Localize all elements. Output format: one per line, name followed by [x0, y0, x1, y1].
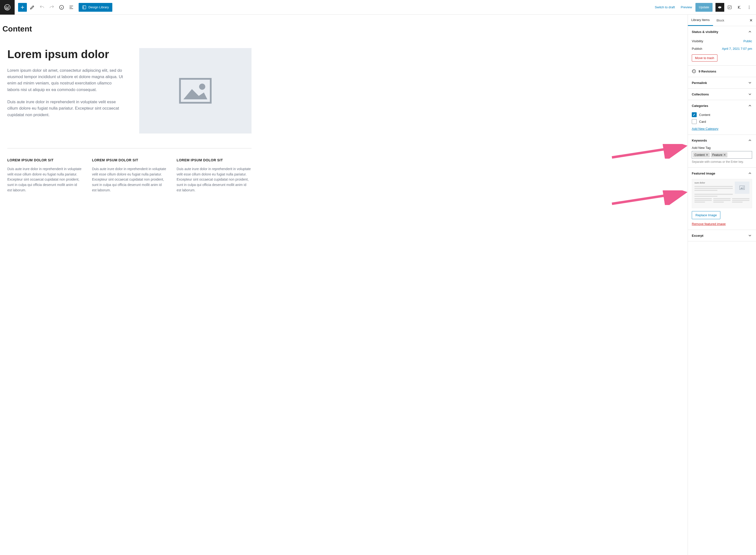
tag-chip-content: Content ✕	[693, 152, 710, 158]
visibility-value[interactable]: Public	[744, 39, 752, 43]
panel-keywords: Keywords Add New Tag Content ✕ Feature ✕…	[688, 135, 756, 168]
hero-heading[interactable]: Lorem ipsum dolor	[7, 48, 124, 60]
outline-button[interactable]	[67, 3, 76, 12]
hero-paragraph-1[interactable]: Lorem ipsum dolor sit amet, consectetur …	[7, 68, 124, 93]
replace-image-button[interactable]: Replace Image	[692, 211, 720, 219]
panel-header-keywords[interactable]: Keywords	[688, 135, 756, 146]
remove-tag-icon[interactable]: ✕	[706, 153, 708, 157]
close-sidebar-icon[interactable]: ✕	[746, 15, 756, 26]
panel-header-collections[interactable]: Collections	[688, 89, 756, 100]
history-icon	[692, 69, 696, 74]
panel-collections: Collections	[688, 89, 756, 100]
panel-categories: Categories Content Card Add New Category	[688, 100, 756, 135]
settings-sidebar: Library Items Block ✕ Status & visibilit…	[688, 15, 756, 555]
visibility-label: Visibility	[692, 39, 703, 43]
update-button[interactable]: Update	[695, 3, 713, 12]
checkbox-icon[interactable]	[692, 119, 697, 124]
category-checkbox-card[interactable]: Card	[692, 118, 752, 125]
separator	[7, 148, 251, 148]
undo-button[interactable]	[38, 3, 46, 12]
tag-help-text: Separate with commas or the Enter key.	[692, 160, 752, 164]
svg-point-5	[749, 7, 749, 7]
revisions-label: 9 Revisions	[699, 70, 716, 73]
chevron-down-icon	[748, 233, 752, 238]
hero-text: Lorem ipsum dolor Lorem ipsum dolor sit …	[7, 48, 124, 124]
col-body[interactable]: Duis aute irure dolor in reprehenderit i…	[7, 166, 82, 193]
move-to-trash-button[interactable]: Move to trash	[692, 54, 717, 61]
panel-permalink: Permalink	[688, 77, 756, 89]
publish-value[interactable]: April 7, 2021 7:07 pm	[722, 47, 752, 50]
chevron-down-icon	[748, 92, 752, 96]
col-heading[interactable]: LOREM IPSUM DOLOR SIT	[92, 158, 167, 162]
columns-block: LOREM IPSUM DOLOR SIT Duis aute irure do…	[7, 158, 251, 193]
chevron-up-icon	[748, 30, 752, 34]
revisions-row[interactable]: 9 Revisions	[688, 66, 756, 77]
svg-point-12	[743, 187, 744, 188]
edit-mode-button[interactable]	[28, 3, 37, 12]
chevron-up-icon	[748, 171, 752, 175]
svg-point-4	[749, 6, 749, 6]
panel-header-categories[interactable]: Categories	[688, 100, 756, 111]
hero-block: Lorem ipsum dolor Lorem ipsum dolor sit …	[7, 48, 251, 133]
panel-status-visibility: Status & visibility Visibility Public Pu…	[688, 26, 756, 66]
column-3[interactable]: LOREM IPSUM DOLOR SIT Duis aute irure do…	[176, 158, 251, 193]
col-heading[interactable]: LOREM IPSUM DOLOR SIT	[176, 158, 251, 162]
featured-image-thumbnail[interactable]: sum dolor	[692, 179, 752, 208]
checkbox-icon[interactable]	[692, 112, 697, 117]
workspace: Content Lorem ipsum dolor Lorem ipsum do…	[0, 15, 756, 555]
design-library-button[interactable]: Design Library	[79, 3, 112, 12]
wordpress-logo[interactable]	[0, 0, 15, 15]
add-block-button[interactable]	[18, 3, 27, 12]
chevron-down-icon	[748, 81, 752, 85]
add-new-category-link[interactable]: Add New Category	[692, 127, 718, 131]
chevron-up-icon	[748, 103, 752, 108]
remove-featured-image-link[interactable]: Remove featured image	[692, 222, 752, 226]
column-2[interactable]: LOREM IPSUM DOLOR SIT Duis aute irure do…	[92, 158, 167, 193]
hero-image-placeholder[interactable]	[139, 48, 251, 133]
info-button[interactable]	[57, 3, 66, 12]
col-heading[interactable]: LOREM IPSUM DOLOR SIT	[7, 158, 82, 162]
image-placeholder-icon	[735, 181, 749, 194]
chevron-up-icon	[748, 138, 752, 142]
top-toolbar: Design Library Switch to draft Preview U…	[0, 0, 756, 15]
publish-label: Publish	[692, 47, 702, 50]
settings-button[interactable]	[715, 3, 724, 12]
annotation-arrow-1	[609, 144, 688, 159]
panel-featured-image: Featured image sum dolor	[688, 168, 756, 230]
panel-header-excerpt[interactable]: Excerpt	[688, 230, 756, 241]
hero-paragraph-2[interactable]: Duis aute irure dolor in reprehenderit i…	[7, 99, 124, 118]
add-tag-label: Add New Tag	[692, 146, 752, 150]
kadence-icon[interactable]	[735, 3, 744, 12]
jetpack-icon[interactable]	[725, 3, 734, 12]
panel-excerpt: Excerpt	[688, 230, 756, 241]
svg-rect-11	[740, 186, 745, 189]
annotation-arrow-2	[609, 190, 688, 206]
toolbar-left: Design Library	[0, 0, 112, 15]
column-1[interactable]: LOREM IPSUM DOLOR SIT Duis aute irure do…	[7, 158, 82, 193]
toolbar-right: Switch to draft Preview Update	[652, 3, 754, 12]
panel-header-featured[interactable]: Featured image	[688, 168, 756, 179]
more-options-button[interactable]	[745, 3, 754, 12]
tab-block[interactable]: Block	[713, 15, 728, 26]
panel-header-status[interactable]: Status & visibility	[688, 26, 756, 37]
svg-point-8	[199, 84, 205, 90]
svg-point-6	[749, 8, 749, 9]
tag-input[interactable]: Content ✕ Feature ✕	[692, 151, 752, 159]
editor-canvas[interactable]: Content Lorem ipsum dolor Lorem ipsum do…	[0, 15, 688, 555]
svg-line-10	[612, 193, 683, 204]
col-body[interactable]: Duis aute irure dolor in reprehenderit i…	[176, 166, 251, 193]
tag-chip-feature: Feature ✕	[711, 152, 727, 158]
switch-to-draft-link[interactable]: Switch to draft	[652, 4, 677, 10]
panel-header-permalink[interactable]: Permalink	[688, 77, 756, 88]
design-library-label: Design Library	[88, 5, 109, 9]
remove-tag-icon[interactable]: ✕	[723, 153, 726, 157]
page-title[interactable]: Content	[2, 25, 685, 34]
redo-button[interactable]	[47, 3, 56, 12]
svg-line-9	[612, 146, 683, 158]
sidebar-tabs: Library Items Block ✕	[688, 15, 756, 26]
preview-link[interactable]: Preview	[678, 4, 694, 10]
category-checkbox-content[interactable]: Content	[692, 111, 752, 118]
col-body[interactable]: Duis aute irure dolor in reprehenderit i…	[92, 166, 167, 193]
tab-library-items[interactable]: Library Items	[688, 15, 713, 26]
